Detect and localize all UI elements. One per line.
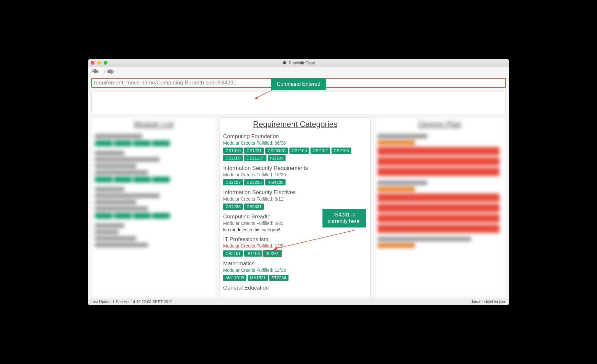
callout-command-entered: Command Entered xyxy=(271,78,326,90)
module-tag[interactable]: CS2113T xyxy=(244,155,266,161)
module-row: CS1010CS1231CS2040CCS2100CS2102CS2105CS2… xyxy=(223,148,368,161)
callout-is4231-here: IS4231 iscurrently here! xyxy=(322,209,366,228)
titlebar: 🎓 PlanWithEase xyxy=(88,59,509,67)
module-tag[interactable]: CS2106 xyxy=(223,155,243,161)
module-tag[interactable]: CS1231 xyxy=(244,148,264,154)
module-row: MA1101RMA1521ST2334 xyxy=(223,275,368,281)
category-name: Information Security Electives xyxy=(223,189,368,196)
module-tag[interactable]: CS1010 xyxy=(223,148,243,154)
panels: Module List Requirem xyxy=(88,117,509,299)
app-icon: 🎓 xyxy=(282,61,287,65)
category-item: MathematicsModular Credits Fulfilled: 12… xyxy=(223,259,368,283)
callout-arrow-2 xyxy=(272,229,356,250)
svg-line-0 xyxy=(256,90,273,98)
category-credits: Modular Credits Fulfilled: 16/20 xyxy=(223,172,368,177)
app-window: 🎓 PlanWithEase File Help Command Entered… xyxy=(88,59,509,305)
menu-help[interactable]: Help xyxy=(105,69,114,74)
module-tag[interactable]: IS4231 xyxy=(263,250,281,257)
feedback-area xyxy=(91,92,506,114)
close-icon[interactable] xyxy=(91,61,95,65)
svg-line-2 xyxy=(275,230,355,249)
module-row: CS2107CS3235IFS4205 xyxy=(223,179,368,185)
module-tag[interactable]: ST2334 xyxy=(269,275,289,281)
category-name: Computing Foundation xyxy=(223,133,368,140)
category-item: Information Security RequirementsModular… xyxy=(223,163,368,187)
panel-mid-title: Requirement Categories xyxy=(220,118,370,131)
category-credits: Modular Credits Fulfilled: 36/36 xyxy=(223,140,368,146)
callout-arrow-1 xyxy=(254,90,273,99)
svg-marker-1 xyxy=(254,97,258,99)
module-row: CS2101IS1103IS4231 xyxy=(223,250,368,257)
status-last-updated: Last Updated: Sun Apr 14 19:22:08 SRET 2… xyxy=(91,300,173,304)
module-tag[interactable]: CS2102 xyxy=(310,148,330,154)
category-credits: Modular Credits Fulfilled: 8/12 xyxy=(223,196,368,202)
module-tag[interactable]: CS2040C xyxy=(265,148,288,154)
traffic-lights xyxy=(91,61,107,65)
window-title-text: PlanWithEase xyxy=(289,61,315,65)
svg-marker-3 xyxy=(272,247,277,250)
menu-file[interactable]: File xyxy=(91,69,99,74)
module-tag[interactable]: CS2107 xyxy=(223,179,243,185)
maximize-icon[interactable] xyxy=(104,61,107,65)
module-tag[interactable]: CS2101 xyxy=(223,250,243,257)
category-item: Information Security ElectivesModular Cr… xyxy=(223,187,368,212)
module-tag[interactable]: CS4238 xyxy=(223,204,243,210)
panel-requirement-categories: Requirement Categories Computing Foundat… xyxy=(220,117,371,297)
panel-right-title: Degree Plan xyxy=(374,118,505,131)
callout-is4231-text: IS4231 iscurrently here! xyxy=(328,212,361,224)
module-tag[interactable]: IFS4205 xyxy=(265,179,286,185)
category-item: Computing FoundationModular Credits Fulf… xyxy=(223,131,368,163)
module-tag[interactable]: CS5331 xyxy=(244,204,264,210)
category-name: Mathematics xyxy=(223,260,368,267)
module-tag[interactable]: CS2100 xyxy=(289,148,309,154)
status-file-path: data/moduleList.json xyxy=(471,300,506,304)
category-name: Information Security Requirements xyxy=(223,165,368,171)
panel-degree-plan: Degree Plan xyxy=(374,117,506,297)
module-tag[interactable]: IS1103 xyxy=(244,250,262,257)
callout-command-entered-text: Command Entered xyxy=(277,81,320,87)
panel-module-list: Module List xyxy=(91,117,216,297)
menubar: File Help xyxy=(88,67,509,76)
category-name: General Education xyxy=(223,285,368,291)
category-credits: Modular Credits Fulfilled: 12/12 xyxy=(223,268,368,273)
module-tag[interactable]: CS3235 xyxy=(244,179,264,185)
module-tag[interactable]: MA1521 xyxy=(248,275,268,281)
status-bar: Last Updated: Sun Apr 14 19:22:08 SRET 2… xyxy=(88,299,509,305)
module-tag[interactable]: CS2105 xyxy=(332,148,351,154)
minimize-icon[interactable] xyxy=(97,61,101,65)
module-tag[interactable]: MA1101R xyxy=(223,275,246,281)
module-tag[interactable]: IS3103 xyxy=(268,155,286,161)
category-item: General Education xyxy=(223,283,368,293)
window-title: 🎓 PlanWithEase xyxy=(282,61,315,65)
panel-left-title: Module List xyxy=(92,118,216,131)
